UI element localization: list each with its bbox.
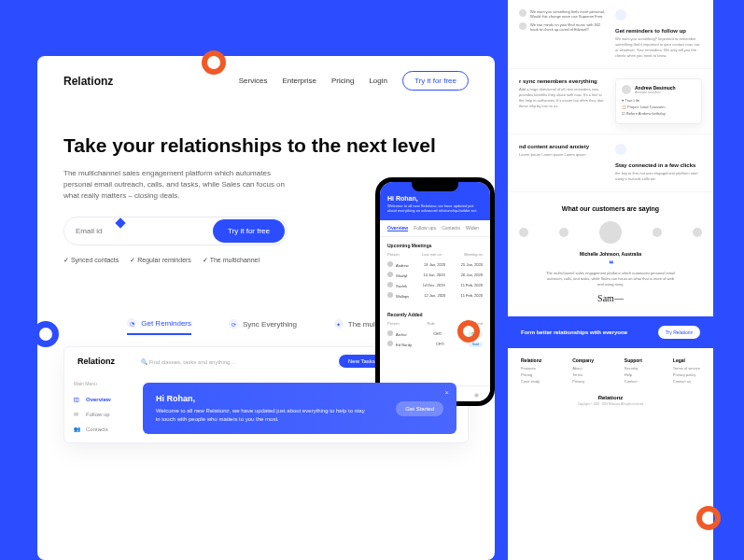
avatar[interactable] — [693, 228, 702, 237]
feat-item: We two minds on your End music with 342 … — [519, 22, 606, 32]
dash-search[interactable]: 🔍 Find classes, tasks and anything… — [126, 358, 328, 365]
cta-text: Form better relationships with everyone — [521, 329, 627, 335]
phone-greeting-sub: Welcome to all new Relationz, we have up… — [387, 203, 483, 213]
close-icon[interactable]: × — [444, 388, 449, 397]
card-line: 📋 Project Lead Coassem — [622, 105, 695, 109]
footer-link[interactable]: Help — [625, 372, 642, 377]
footer-head: Support — [625, 357, 642, 363]
email-input[interactable] — [64, 219, 211, 243]
decor-circle-orange-bottom-right — [696, 506, 721, 530]
link-icon — [615, 144, 626, 155]
col-person: Person — [387, 252, 400, 257]
phone-tab-followups[interactable]: Follow ups — [414, 225, 436, 231]
sync-icon: ⟳ — [229, 319, 238, 329]
side-contacts[interactable]: 👥Contacts — [74, 422, 122, 437]
meeting-row: Sachik14 Dec, 201911 Feb, 2020 — [387, 280, 483, 290]
phone-sec-meetings: Upcoming Meetings — [387, 243, 483, 248]
mail-icon: ✉ — [74, 411, 81, 418]
col-person2: Person — [387, 321, 400, 326]
testimonial-quote: The multichannel sales engagement platfo… — [545, 271, 676, 287]
feat-title: Stay connected in a few clicks — [615, 162, 702, 168]
card-line: ☑ Before Andrew birthday — [622, 111, 695, 116]
signature: Sam— — [519, 293, 702, 303]
cta-button[interactable]: Try Relationz — [658, 326, 700, 339]
feat-title: Get reminders to follow up — [615, 28, 702, 34]
footer-link[interactable]: Terms of service — [673, 366, 700, 371]
testimonials: What our customers are saying Michelle J… — [508, 192, 713, 316]
nav-services[interactable]: Services — [239, 77, 268, 85]
check-reminders: Regular reminders — [130, 257, 191, 264]
footer-link[interactable]: Features — [521, 366, 541, 371]
avatar[interactable] — [559, 228, 569, 237]
email-cta-button[interactable]: Try it for free — [213, 219, 285, 243]
feature-reminders[interactable]: ◔Get Reminders — [127, 318, 191, 335]
footer-link[interactable]: Case study — [521, 379, 541, 384]
phone-tab-contacts[interactable]: Contacts — [442, 225, 460, 231]
welcome-sub: Welcome to all new Relationz, we have up… — [156, 407, 371, 423]
dashboard-icon: ◫ — [74, 396, 81, 403]
contact-card: Andrew Desimuch Associate consultant ♥ T… — [615, 78, 702, 124]
nav-enterprise[interactable]: Enterprise — [282, 77, 316, 85]
hero-subtitle: The multichannel sales engagement platfo… — [63, 168, 288, 202]
channel-icon: ✦ — [334, 319, 344, 329]
feature-sync[interactable]: ⟳Sync Everything — [229, 318, 297, 335]
check-multichannel: The multichannel — [203, 257, 260, 264]
phone-mockup: Hi Rohan, Welcome to all new Relationz, … — [375, 177, 495, 406]
side-title: Main Menu — [74, 381, 122, 386]
col-last: Last met on — [422, 252, 442, 257]
decor-circle-blue-left — [33, 321, 59, 347]
bell-icon — [615, 9, 626, 21]
quote-icon: ❝ — [519, 259, 702, 269]
avatar[interactable] — [519, 228, 528, 237]
landing-card: Relationz Services Enterprise Pricing Lo… — [37, 56, 495, 560]
email-signup-row: Try it for free — [63, 217, 288, 245]
decor-circle-orange-top — [202, 50, 226, 75]
footer-link[interactable]: Pricing — [521, 372, 541, 377]
phone-tab-overview[interactable]: Overview — [387, 225, 408, 231]
meeting-row: Andrew24 Jan, 202025 Jan, 2020 — [387, 259, 483, 270]
header: Relationz Services Enterprise Pricing Lo… — [37, 56, 495, 105]
nav-pricing[interactable]: Pricing — [331, 77, 354, 85]
feat-title: nd content around anxiety — [519, 144, 606, 149]
phone-sec-recent: Recently Added — [387, 312, 483, 317]
phone-tab-widen[interactable]: Widen — [466, 225, 479, 231]
footer: Relationz Features Pricing Case study Co… — [508, 348, 713, 391]
footer-link[interactable]: Contact us — [673, 379, 700, 384]
footer-link[interactable]: Terms — [572, 372, 594, 377]
col-meeting: Meeting on — [464, 252, 483, 257]
phone-screen: Hi Rohan, Welcome to all new Relationz, … — [380, 182, 490, 401]
welcome-banner: Hi Rohan, Welcome to all new Relationz, … — [143, 383, 456, 434]
footer-link[interactable]: Privacy — [572, 379, 594, 384]
feat-text: Lorem ipsum Lorem ipsum Lorem ipsum — [519, 152, 606, 158]
phone-greeting: Hi Rohan, — [387, 195, 483, 202]
decor-circle-orange-right — [457, 320, 480, 343]
testimonials-title: What our customers are saying — [519, 205, 702, 212]
dash-logo: Relationz — [77, 357, 115, 366]
avatar — [622, 85, 631, 94]
feat-item: We want you something feels more persona… — [519, 9, 606, 19]
card-line: ♥ True Life — [622, 98, 695, 103]
footer-link[interactable]: Contact — [625, 379, 642, 384]
footer-logo: Relationz — [508, 395, 713, 400]
avatar-featured[interactable] — [599, 221, 622, 244]
meeting-row: Wallops12 Jan, 202011 Feb, 2020 — [387, 290, 483, 301]
side-overview[interactable]: ◫Overview — [74, 392, 122, 407]
footer-head: Relationz — [521, 357, 541, 363]
footer-link[interactable]: About — [572, 366, 594, 371]
welcome-title: Hi Rohan, — [156, 394, 371, 403]
get-started-button[interactable]: Get Started — [396, 401, 443, 416]
avatar[interactable] — [653, 228, 662, 237]
card-sub: Associate consultant — [635, 91, 676, 94]
nav-login[interactable]: Login — [369, 77, 387, 85]
footer-link[interactable]: Security — [625, 366, 642, 371]
meeting-row: Sharlyf14 Jan, 202026 Jan, 2020 — [387, 270, 483, 280]
footer-head: Legal — [673, 357, 700, 363]
phone-nav-user-icon[interactable]: ◉ — [472, 390, 480, 398]
try-free-button[interactable]: Try it for free — [402, 71, 469, 91]
feat-title: r sync remembers everything — [519, 78, 606, 84]
side-followup[interactable]: ✉Follow up — [74, 407, 122, 422]
feat-text: the key to firm not auto engagement plat… — [615, 171, 702, 182]
feat-text: We want you something? Important to reme… — [615, 36, 702, 59]
footer-link[interactable]: Privacy policy — [673, 372, 700, 377]
footer-copy: Copyright © 2020 · 2019 Relationz All ri… — [508, 402, 713, 406]
